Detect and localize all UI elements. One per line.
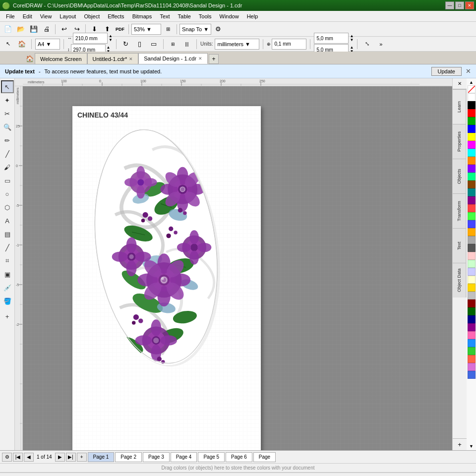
color-swatch-29[interactable] (468, 323, 476, 331)
color-swatch-20[interactable] (468, 252, 476, 260)
pages-button[interactable]: ⊞ (167, 38, 179, 50)
tab-untitled-close[interactable]: ✕ (129, 57, 133, 61)
eyedropper-tool-btn[interactable]: 💉 (1, 281, 14, 294)
units-dropdown[interactable]: millimeters ▼ (215, 39, 259, 50)
color-swatch-32[interactable] (468, 347, 476, 355)
color-swatch-27[interactable] (468, 307, 476, 315)
menu-layout[interactable]: Layout (56, 12, 80, 20)
node-tool-btn[interactable]: ✦ (1, 94, 14, 107)
ellipse-tool-btn[interactable]: ○ (1, 187, 14, 200)
page-tab-more[interactable]: Page (253, 452, 276, 462)
menu-edit[interactable]: Edit (19, 12, 36, 20)
color-swatch-3[interactable] (468, 117, 476, 125)
zoom-tool-btn[interactable]: 🔍 (1, 120, 14, 133)
fill-tool-btn[interactable]: 🪣 (1, 295, 14, 307)
page-prev-btn[interactable]: ◀ (24, 453, 34, 462)
right-panel-collapse[interactable]: ✕ (453, 78, 467, 89)
home-icon[interactable]: 🏠 (16, 38, 28, 50)
zoom-fit-button[interactable]: ⊞ (162, 23, 174, 35)
resize-button[interactable]: ⤡ (361, 38, 373, 50)
connector-tool-btn[interactable]: ⌗ (1, 254, 14, 267)
portrait-button[interactable]: ▯ (134, 38, 146, 50)
menu-text[interactable]: Text (156, 12, 174, 20)
color-swatch-13[interactable] (468, 196, 476, 204)
pdf-button[interactable]: PDF (114, 23, 126, 35)
save-button[interactable]: 💾 (28, 23, 40, 35)
menu-tools[interactable]: Tools (195, 12, 216, 20)
right-tab-text[interactable]: Text (453, 228, 467, 263)
menu-window[interactable]: Window (216, 12, 243, 20)
rotate-button[interactable]: ↻ (120, 38, 132, 50)
page-add-btn[interactable]: + (77, 453, 87, 462)
menu-effects[interactable]: Effects (104, 12, 128, 20)
tab-sandal-close[interactable]: ✕ (198, 56, 202, 61)
palette-scroll-up[interactable]: ▲ (469, 79, 474, 85)
page-settings-btn[interactable]: ⚙ (2, 453, 12, 462)
width-down[interactable]: ▼ (109, 38, 113, 42)
color-swatch-26[interactable] (468, 299, 476, 307)
page-tab-4[interactable]: Page 4 (171, 452, 197, 462)
close-button[interactable]: ✕ (465, 1, 474, 9)
tab-home-button[interactable]: 🏠 (25, 53, 35, 64)
color-swatch-30[interactable] (468, 331, 476, 339)
color-swatch-31[interactable] (468, 339, 476, 347)
text-tool-btn[interactable]: A (1, 214, 14, 227)
crop-tool-btn[interactable]: ✂ (1, 107, 14, 120)
color-swatch-19[interactable] (468, 244, 476, 252)
color-swatch-25[interactable] (468, 292, 476, 299)
color-swatch-18[interactable] (468, 236, 476, 244)
color-swatch-28[interactable] (468, 315, 476, 323)
new-button[interactable]: 📄 (2, 23, 14, 35)
color-swatch-8[interactable] (468, 157, 476, 165)
page-tab-2[interactable]: Page 2 (115, 452, 142, 462)
print-button[interactable]: 🖨 (41, 23, 53, 35)
menu-bitmaps[interactable]: Bitmaps (128, 12, 156, 20)
color-swatch-17[interactable] (468, 228, 476, 236)
color-swatch-10[interactable] (468, 173, 476, 180)
add-page-btn[interactable]: + (1, 310, 14, 323)
color-swatch-4[interactable] (468, 125, 476, 133)
zoom-dropdown[interactable]: 53% ▼ (131, 24, 161, 35)
parallel-tool-btn[interactable]: ╱ (1, 241, 14, 254)
color-swatch-33[interactable] (468, 355, 476, 363)
minimize-button[interactable]: — (445, 1, 454, 9)
color-swatch-21[interactable] (468, 260, 476, 268)
page-tab-6[interactable]: Page 6 (226, 452, 252, 462)
color-swatch-11[interactable] (468, 180, 476, 188)
nudge-field[interactable]: 0,1 mm (272, 39, 306, 50)
update-button[interactable]: Update (431, 67, 462, 76)
menu-table[interactable]: Table (174, 12, 195, 20)
right-tab-objectdata[interactable]: Object Data (453, 263, 467, 298)
color-swatch-16[interactable] (468, 220, 476, 228)
rect-tool-btn[interactable]: ▭ (1, 174, 14, 187)
color-swatch-0[interactable] (468, 93, 476, 101)
paper-size-dropdown[interactable]: A4 ▼ (35, 39, 60, 50)
tab-add-button[interactable]: + (209, 54, 219, 64)
maximize-button[interactable]: □ (455, 1, 464, 9)
select-tool-btn[interactable]: ↖ (1, 80, 14, 93)
menu-object[interactable]: Object (80, 12, 104, 20)
layout-button[interactable]: ||| (181, 38, 193, 50)
more-button[interactable]: » (375, 38, 387, 50)
nudge2-field[interactable]: 5,0 mm (314, 33, 349, 44)
color-swatch-24[interactable] (468, 284, 476, 292)
options-button[interactable]: ⚙ (212, 23, 224, 35)
open-button[interactable]: 📂 (15, 23, 27, 35)
color-swatch-35[interactable] (468, 371, 476, 379)
snap-to-dropdown[interactable]: Snap To ▼ (179, 24, 211, 35)
tab-untitled[interactable]: Untitled-1.cdr* ✕ (87, 53, 139, 64)
menu-view[interactable]: View (36, 12, 56, 20)
page-tab-3[interactable]: Page 3 (143, 452, 170, 462)
color-swatch-15[interactable] (468, 212, 476, 220)
color-swatch-6[interactable] (468, 141, 476, 149)
color-swatch-1[interactable] (468, 101, 476, 109)
right-tab-learn[interactable]: Learn (453, 89, 467, 124)
color-swatch-12[interactable] (468, 188, 476, 196)
right-panel-add[interactable]: + (453, 438, 467, 450)
right-tab-objects[interactable]: Objects (453, 159, 467, 193)
update-bar-close[interactable]: ✕ (466, 67, 471, 75)
page-first-btn[interactable]: |◀ (13, 453, 23, 462)
freehand-tool-btn[interactable]: ✏ (1, 134, 14, 147)
page-last-btn[interactable]: ▶| (66, 453, 76, 462)
page-tab-5[interactable]: Page 5 (198, 452, 225, 462)
